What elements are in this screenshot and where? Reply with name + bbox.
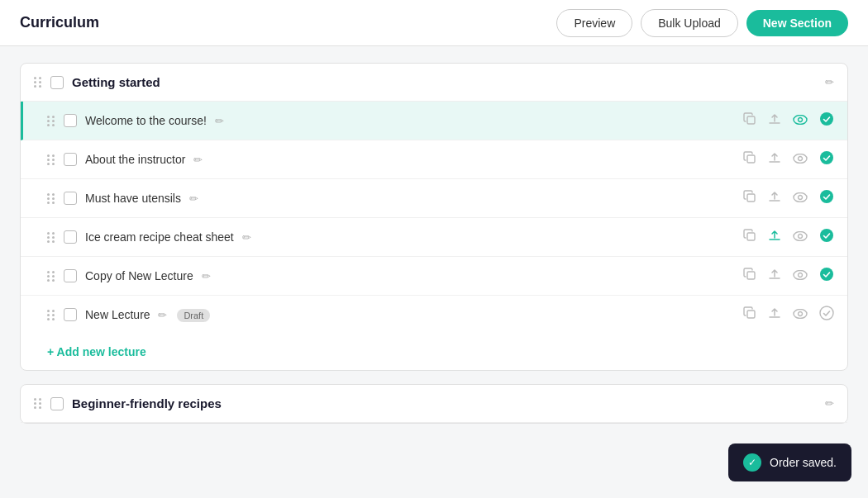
eye-icon-5[interactable] — [793, 268, 808, 283]
lecture-drag-handle-4[interactable] — [47, 232, 55, 243]
lecture-actions-4 — [743, 228, 834, 246]
eye-icon-2[interactable] — [793, 152, 808, 167]
svg-rect-12 — [747, 233, 755, 240]
lecture-edit-icon-6[interactable]: ✏ — [158, 309, 167, 321]
section-card-2: Beginner-friendly recipes ✏ — [20, 384, 848, 424]
svg-point-22 — [799, 312, 803, 316]
bulk-upload-button[interactable]: Bulk Upload — [641, 9, 738, 37]
lecture-edit-icon-5[interactable]: ✏ — [202, 270, 211, 282]
main-content: Getting started ✏ Welcome to the course!… — [0, 46, 868, 453]
lecture-row-4: Ice cream recipe cheat sheet ✏ — [21, 218, 847, 257]
svg-rect-8 — [747, 194, 755, 202]
section-header-2: Beginner-friendly recipes ✏ — [21, 385, 847, 423]
copy-icon-6[interactable] — [743, 306, 756, 323]
toast-check-icon: ✓ — [743, 453, 761, 472]
svg-point-9 — [794, 193, 807, 202]
lecture-title-1: Welcome to the course! ✏ — [85, 114, 735, 127]
eye-icon-3[interactable] — [793, 191, 808, 206]
section-card-1: Getting started ✏ Welcome to the course!… — [20, 63, 848, 371]
copy-icon-5[interactable] — [743, 268, 756, 284]
check-icon-1 — [819, 111, 834, 130]
lecture-checkbox-2[interactable] — [64, 153, 77, 166]
lecture-title-2: About the instructor ✏ — [85, 153, 735, 166]
lecture-checkbox-6[interactable] — [64, 308, 77, 321]
lecture-edit-icon-4[interactable]: ✏ — [242, 231, 251, 244]
lecture-checkbox-4[interactable] — [64, 230, 77, 244]
section-edit-icon[interactable]: ✏ — [825, 76, 834, 88]
svg-point-3 — [820, 112, 833, 126]
svg-point-13 — [794, 232, 807, 241]
svg-point-2 — [799, 118, 803, 122]
check-icon-2 — [819, 150, 834, 168]
lecture-row-5: Copy of New Lecture ✏ — [21, 257, 847, 296]
order-saved-toast: ✓ Order saved. — [728, 443, 851, 481]
draft-badge: Draft — [177, 309, 210, 322]
section-drag-handle[interactable] — [34, 77, 42, 88]
svg-point-10 — [799, 196, 803, 200]
lecture-edit-icon-2[interactable]: ✏ — [193, 154, 203, 166]
svg-rect-0 — [747, 116, 755, 124]
svg-point-6 — [799, 157, 803, 161]
eye-icon-4[interactable] — [793, 230, 808, 244]
svg-point-21 — [794, 310, 807, 319]
lecture-title-5: Copy of New Lecture ✏ — [85, 269, 735, 282]
lecture-row-2: About the instructor ✏ — [21, 140, 847, 179]
section-2-drag-handle[interactable] — [34, 398, 42, 409]
section-checkbox-1[interactable] — [50, 76, 64, 89]
lecture-list-1: Welcome to the course! ✏ — [21, 102, 847, 334]
section-2-edit-icon[interactable]: ✏ — [825, 397, 834, 410]
upload-icon-6[interactable] — [768, 306, 781, 323]
upload-icon-2[interactable] — [768, 151, 781, 168]
lecture-drag-handle-6[interactable] — [47, 310, 55, 320]
lecture-title-6: New Lecture ✏ Draft — [85, 308, 735, 321]
page-title: Curriculum — [20, 14, 99, 31]
copy-icon-3[interactable] — [743, 190, 756, 206]
header-actions: Preview Bulk Upload New Section — [556, 9, 848, 37]
add-lecture-button[interactable]: + Add new lecture — [47, 345, 146, 358]
section-title-2: Beginner-friendly recipes — [72, 396, 817, 410]
copy-icon-1[interactable] — [743, 112, 756, 129]
eye-icon-6[interactable] — [793, 307, 808, 322]
section-title-1: Getting started — [72, 75, 817, 89]
lecture-drag-handle-5[interactable] — [47, 271, 55, 282]
lecture-drag-handle-3[interactable] — [47, 193, 55, 204]
check-icon-5 — [819, 267, 834, 285]
upload-icon-4[interactable] — [768, 229, 781, 245]
toast-label: Order saved. — [770, 456, 837, 469]
lecture-title-3: Must have utensils ✏ — [85, 192, 735, 205]
lecture-row-3: Must have utensils ✏ — [21, 179, 847, 218]
lecture-checkbox-3[interactable] — [64, 192, 77, 205]
svg-point-11 — [820, 190, 833, 203]
lecture-actions-3 — [743, 189, 834, 207]
lecture-checkbox-1[interactable] — [64, 114, 77, 127]
preview-button[interactable]: Preview — [556, 9, 632, 37]
lecture-drag-handle-2[interactable] — [47, 154, 55, 165]
app-header: Curriculum Preview Bulk Upload New Secti… — [0, 0, 868, 46]
svg-rect-16 — [747, 272, 755, 279]
add-lecture-row: + Add new lecture — [21, 334, 847, 370]
svg-point-17 — [794, 271, 807, 280]
lecture-checkbox-5[interactable] — [64, 269, 77, 282]
lecture-drag-handle-1[interactable] — [47, 116, 55, 126]
svg-point-23 — [820, 306, 833, 320]
lecture-actions-2 — [743, 150, 834, 168]
eye-icon-1[interactable] — [793, 113, 808, 128]
copy-icon-2[interactable] — [743, 151, 756, 168]
lecture-edit-icon-3[interactable]: ✏ — [189, 192, 198, 205]
lecture-title-4: Ice cream recipe cheat sheet ✏ — [85, 230, 735, 244]
section-checkbox-2[interactable] — [50, 397, 64, 410]
new-section-button[interactable]: New Section — [746, 10, 848, 36]
check-icon-6 — [819, 306, 834, 324]
lecture-actions-6 — [743, 306, 834, 324]
svg-point-18 — [799, 273, 803, 277]
svg-rect-4 — [747, 155, 755, 163]
lecture-edit-icon-1[interactable]: ✏ — [215, 115, 224, 127]
lecture-actions-1 — [743, 111, 834, 130]
upload-icon-5[interactable] — [768, 268, 781, 284]
svg-point-15 — [820, 229, 833, 242]
upload-icon-1[interactable] — [768, 112, 781, 129]
svg-rect-20 — [747, 311, 755, 318]
upload-icon-3[interactable] — [768, 190, 781, 206]
copy-icon-4[interactable] — [743, 229, 756, 245]
check-icon-4 — [819, 228, 834, 246]
